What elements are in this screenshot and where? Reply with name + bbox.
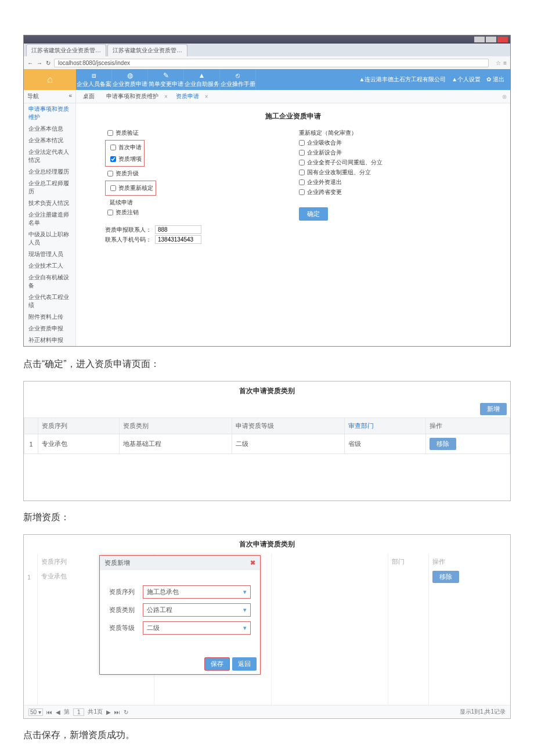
form-title: 施工企业资质申请 <box>93 108 493 127</box>
combobox[interactable]: 施工总承包▾ <box>143 585 251 599</box>
phone-input[interactable] <box>155 235 201 244</box>
toolbar-item[interactable]: ✎简单变更申请 <box>148 69 184 90</box>
toolbar-item[interactable]: ▲企业自助服务 <box>184 69 220 90</box>
row-index: 1 <box>27 574 34 581</box>
checkbox[interactable] <box>107 130 113 136</box>
home-button[interactable]: ⌂ <box>24 69 76 90</box>
checkbox-label: 企业外资退出 <box>307 178 342 186</box>
nav-reload-icon[interactable]: ↻ <box>46 60 50 66</box>
content-tab[interactable]: 桌面 <box>80 92 98 101</box>
checkbox[interactable] <box>299 189 305 195</box>
chevron-down-icon: ▾ <box>243 624 247 632</box>
sidebar-item[interactable]: 附件资料上传 <box>24 311 75 323</box>
phone-label: 联系人手机号码： <box>105 236 151 244</box>
browser-tab[interactable]: 江苏省建筑业企业资质管… <box>26 44 106 56</box>
checkbox-label: 资质注销 <box>116 208 139 217</box>
field-label: 资质类别 <box>109 606 138 614</box>
group-icon: ⧈ <box>92 71 96 80</box>
group-header: 重新核定（简化审查） <box>299 129 357 137</box>
window-min-icon[interactable] <box>474 37 485 42</box>
sidebar-header: 导航 <box>27 92 39 100</box>
sidebar-item[interactable]: 企业代表工程业绩 <box>24 291 75 311</box>
remove-button[interactable]: 移除 <box>430 438 456 450</box>
content-tab[interactable]: 资质申请 <box>172 92 203 101</box>
checkbox[interactable] <box>299 140 305 146</box>
checkbox[interactable] <box>107 171 113 177</box>
screenshot-grid-1: 首次申请资质类别 新增 资质序列 资质类别 申请资质等级 审查部门 操作 1 专… <box>23 381 511 501</box>
pager-refresh-icon[interactable]: ↻ <box>124 709 128 715</box>
sidebar-item[interactable]: 企业技术工人 <box>24 260 75 272</box>
sidebar-item[interactable]: 补正材料申报 <box>24 334 75 346</box>
sidebar-item[interactable]: 中级及以上职称人员 <box>24 229 75 249</box>
cell: 省级 <box>345 434 426 454</box>
sidebar-item[interactable]: 企业基本信息 <box>24 123 75 135</box>
toolbar-item[interactable]: ◍企业资质申请 <box>112 69 148 90</box>
personal-settings[interactable]: ▲个人设置 <box>452 75 481 84</box>
toolbar-item[interactable]: ⧈企业人员备案 <box>76 69 112 90</box>
pager-first-icon[interactable]: ⏮ <box>46 709 52 715</box>
checkbox[interactable] <box>299 179 305 185</box>
confirm-button[interactable]: 确定 <box>299 207 328 221</box>
back-button[interactable]: 返回 <box>232 657 257 671</box>
checkbox[interactable] <box>110 185 116 191</box>
checkbox[interactable] <box>299 150 305 156</box>
sidebar-item[interactable]: 企业资质申报 <box>24 323 75 334</box>
sidebar-item[interactable]: 企业自有机械设备 <box>24 272 75 291</box>
highlight-box: 资质重新核定 <box>105 181 156 196</box>
cell: 二级 <box>232 434 345 454</box>
col-header: 申请资质等级 <box>232 418 345 434</box>
pager-last-icon[interactable]: ⏭ <box>114 709 120 715</box>
logout-button[interactable]: ✿ 退出 <box>486 75 504 84</box>
close-tab-icon[interactable]: × <box>205 93 208 100</box>
add-button[interactable]: 新增 <box>480 403 507 415</box>
sidebar-item[interactable]: 企业总工程师履历 <box>24 178 75 197</box>
url-field[interactable]: localhost:8080/jscesis/index <box>54 59 489 67</box>
person-icon: ▲ <box>199 71 205 80</box>
checkbox[interactable] <box>299 160 305 165</box>
sidebar-item[interactable]: 企业总经理履历 <box>24 166 75 178</box>
contact-input[interactable] <box>155 225 201 234</box>
sidebar-item[interactable]: 企业法定代表人情况 <box>24 146 75 166</box>
checkbox[interactable] <box>107 210 113 215</box>
content-tab[interactable]: 申请事项和资质维护 <box>103 92 162 101</box>
add-modal: 资质新增✖ 资质序列施工总承包▾ 资质类别公路工程▾ 资质等级二级▾ 保存 返回 <box>99 555 261 675</box>
checkbox[interactable] <box>299 170 305 175</box>
window-max-icon[interactable] <box>486 37 496 42</box>
modal-title: 资质新增 <box>104 559 130 567</box>
pager-prev-icon[interactable]: ◀ <box>56 709 60 715</box>
grid-title: 首次申请资质类别 <box>24 381 510 401</box>
page-input[interactable]: 1 <box>73 708 85 716</box>
screenshot-app-form: 江苏省建筑业企业资质管… 江苏省建筑业企业资质管… ← → ↻ localhos… <box>23 35 511 347</box>
sidebar-item[interactable]: 现场管理人员 <box>24 249 75 260</box>
nav-forward-icon[interactable]: → <box>37 60 42 66</box>
sidebar-item[interactable]: 企业注册建造师名单 <box>24 209 75 229</box>
col-header: 资质序列 <box>38 418 120 434</box>
collapse-icon[interactable]: « <box>68 92 72 100</box>
company-label[interactable]: ▲连云港丰德土石方工程有限公司 <box>359 75 446 84</box>
browser-tab[interactable]: 江苏省建筑业企业资质管… <box>107 44 187 56</box>
chevron-down-icon: ▾ <box>243 606 247 614</box>
toolbar-item[interactable]: ⎋企业操作手册 <box>220 69 256 90</box>
window-close-icon[interactable] <box>497 37 508 42</box>
data-grid: 资质序列 资质类别 申请资质等级 审查部门 操作 1 专业承包 地基基础工程 二… <box>24 417 510 454</box>
checkbox[interactable] <box>110 156 116 162</box>
checkbox-label: 企业吸收合并 <box>307 139 342 147</box>
sidebar-item[interactable]: 企业基本情况 <box>24 135 75 146</box>
combobox[interactable]: 公路工程▾ <box>143 603 251 617</box>
sidebar-item[interactable]: 技术负责人情况 <box>24 197 75 209</box>
nav-back-icon[interactable]: ← <box>27 60 33 66</box>
edit-icon: ✎ <box>163 71 169 80</box>
page-size-select[interactable]: 50 ▾ <box>28 708 43 716</box>
checkbox[interactable] <box>110 145 116 150</box>
close-all-icon[interactable]: ⊗ <box>502 93 507 100</box>
combobox[interactable]: 二级▾ <box>143 621 251 635</box>
remove-button[interactable]: 移除 <box>432 571 459 583</box>
app-toolbar: ⌂ ⧈企业人员备案 ◍企业资质申请 ✎简单变更申请 ▲企业自助服务 ⎋企业操作手… <box>24 69 510 90</box>
menu-icon[interactable]: ≡ <box>503 60 507 66</box>
bookmark-icon[interactable]: ☆ <box>496 60 501 66</box>
pager-next-icon[interactable]: ▶ <box>106 709 111 715</box>
save-button[interactable]: 保存 <box>204 657 230 671</box>
close-tab-icon[interactable]: × <box>164 93 168 100</box>
sidebar-item[interactable]: 申请事项和资质维护 <box>24 103 75 123</box>
modal-close-icon[interactable]: ✖ <box>250 559 255 567</box>
